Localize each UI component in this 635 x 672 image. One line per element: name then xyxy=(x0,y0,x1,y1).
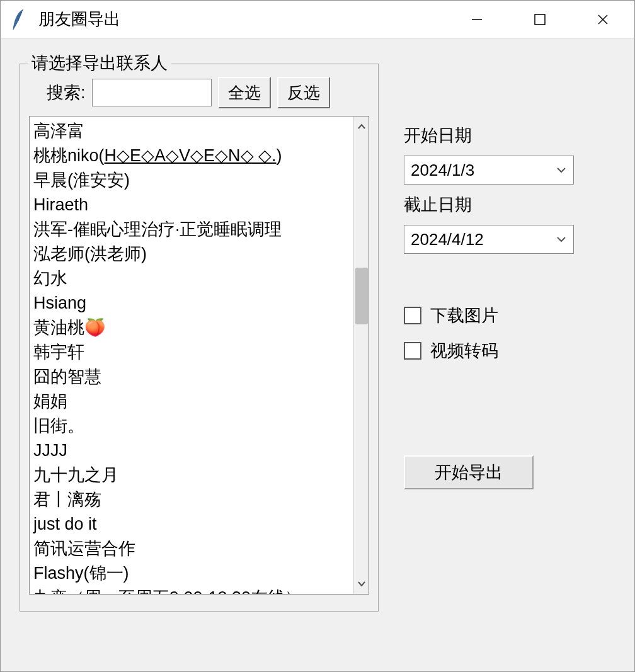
svg-rect-1 xyxy=(535,14,545,25)
list-item[interactable]: 早晨(淮安安) xyxy=(33,168,350,193)
list-item[interactable]: 简讯运营合作 xyxy=(33,537,350,561)
maximize-button[interactable] xyxy=(508,1,571,38)
list-item[interactable]: JJJJ xyxy=(33,438,350,463)
content-area: 请选择导出联系人 搜索: 全选 反选 高泽富桃桃niko(H◇E◇A◇V◇E◇N… xyxy=(1,38,634,671)
group-legend: 请选择导出联系人 xyxy=(28,52,171,74)
search-label: 搜索: xyxy=(47,81,86,104)
list-item[interactable]: 九十九之月 xyxy=(33,463,350,487)
app-window: 朋友圈导出 请选择导出联系人 搜索: 全选 反选 高泽富桃桃niko(H◇E xyxy=(0,0,635,672)
start-export-button[interactable]: 开始导出 xyxy=(404,455,534,489)
list-item[interactable]: just do it xyxy=(33,512,350,537)
list-item[interactable]: Hsiang xyxy=(33,291,350,316)
list-item[interactable]: 桃桃niko(H◇E◇A◇V◇E◇N◇ ◇.) xyxy=(33,144,350,168)
list-item[interactable]: Flashy(锦一) xyxy=(33,561,350,586)
list-item[interactable]: 洪军-催眠心理治疗·正觉睡眠调理 xyxy=(33,217,350,242)
feather-icon xyxy=(9,7,27,32)
transcode-video-row[interactable]: 视频转码 xyxy=(404,339,615,362)
start-date-label: 开始日期 xyxy=(404,124,615,147)
start-date-value: 2024/1/3 xyxy=(411,161,474,180)
invert-selection-button[interactable]: 反选 xyxy=(277,77,330,108)
end-date-combo[interactable]: 2024/4/12 xyxy=(404,225,574,254)
contacts-groupbox: 请选择导出联系人 搜索: 全选 反选 高泽富桃桃niko(H◇E◇A◇V◇E◇N… xyxy=(20,64,379,612)
scrollbar[interactable] xyxy=(353,117,369,594)
list-item[interactable]: 囧的智慧 xyxy=(33,365,350,389)
list-item[interactable]: 君丨漓殇 xyxy=(33,487,350,512)
list-item[interactable]: 九奕（周一至周五9:00-18:30在线） xyxy=(33,586,350,594)
list-item[interactable]: 韩宇轩 xyxy=(33,340,350,365)
search-row: 搜索: 全选 反选 xyxy=(29,77,369,108)
chevron-down-icon xyxy=(556,234,567,245)
select-all-button[interactable]: 全选 xyxy=(218,77,271,108)
right-panel: 开始日期 2024/1/3 截止日期 2024/4/12 下载图片 xyxy=(404,64,615,652)
minimize-button[interactable] xyxy=(445,1,508,38)
end-date-value: 2024/4/12 xyxy=(411,230,484,249)
list-item[interactable]: 幻水 xyxy=(33,266,350,291)
scroll-down-icon[interactable] xyxy=(354,576,369,591)
list-item[interactable]: 泓老师(洪老师) xyxy=(33,242,350,266)
scroll-thumb[interactable] xyxy=(355,268,368,324)
search-input[interactable] xyxy=(92,79,212,106)
list-item[interactable]: Hiraeth xyxy=(33,193,350,217)
start-date-combo[interactable]: 2024/1/3 xyxy=(404,156,574,185)
list-item[interactable]: 黄油桃🍑 xyxy=(33,316,350,340)
download-images-label: 下载图片 xyxy=(430,304,498,327)
scroll-up-icon[interactable] xyxy=(354,119,369,134)
list-item[interactable]: 旧街。 xyxy=(33,414,350,438)
download-images-row[interactable]: 下载图片 xyxy=(404,304,615,327)
list-item[interactable]: 娟娟 xyxy=(33,389,350,414)
transcode-video-label: 视频转码 xyxy=(430,339,498,362)
close-button[interactable] xyxy=(571,1,634,38)
window-title: 朋友圈导出 xyxy=(38,8,120,30)
transcode-video-checkbox[interactable] xyxy=(404,342,421,360)
contacts-listbox[interactable]: 高泽富桃桃niko(H◇E◇A◇V◇E◇N◇ ◇.)早晨(淮安安)Hiraeth… xyxy=(29,116,369,595)
list-item[interactable]: 高泽富 xyxy=(33,119,350,144)
download-images-checkbox[interactable] xyxy=(404,307,421,324)
window-controls xyxy=(445,1,634,38)
end-date-label: 截止日期 xyxy=(404,193,615,216)
chevron-down-icon xyxy=(556,164,567,176)
titlebar: 朋友圈导出 xyxy=(1,1,634,38)
